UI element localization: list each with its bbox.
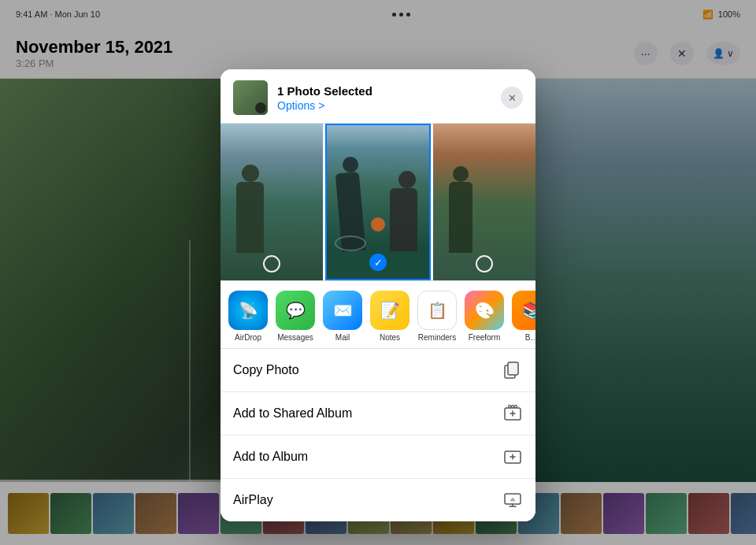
freeform-label: Freeform xyxy=(469,333,501,342)
books-icon: 📚 xyxy=(512,291,536,330)
airplay-action[interactable]: AirPlay xyxy=(220,479,536,521)
photo-3-select-circle[interactable] xyxy=(476,255,493,272)
svg-rect-1 xyxy=(508,362,518,375)
app-mail[interactable]: ✉️ Mail xyxy=(321,291,364,342)
mail-icon: ✉️ xyxy=(323,291,362,330)
svg-point-3 xyxy=(512,406,514,408)
mail-label: Mail xyxy=(335,333,350,342)
ipad-screen: 9:41 AM · Mon Jun 10 📶 100% November 15,… xyxy=(0,0,756,545)
copy-photo-label: Copy Photo xyxy=(233,363,493,377)
reminders-icon xyxy=(417,291,457,330)
photo-1-select-circle[interactable] xyxy=(263,255,280,272)
svg-point-4 xyxy=(509,406,511,408)
app-airdrop[interactable]: 📡 AirDrop xyxy=(227,291,269,342)
share-close-button[interactable]: ✕ xyxy=(501,87,523,109)
share-strip-photo-3[interactable] xyxy=(433,124,536,280)
share-photos-strip: ✓ xyxy=(220,124,536,281)
share-strip-photo-2[interactable]: ✓ xyxy=(325,124,431,280)
action-list: Copy Photo Add to Shared Album xyxy=(220,349,536,521)
app-messages[interactable]: 💬 Messages xyxy=(274,291,317,342)
airdrop-icon: 📡 xyxy=(228,291,268,330)
airplay-icon xyxy=(502,490,523,510)
add-album-action[interactable]: Add to Album xyxy=(220,436,536,479)
add-album-label: Add to Album xyxy=(233,450,493,464)
share-header-text: 1 Photo Selected Options > xyxy=(277,84,491,112)
reminders-label: Reminders xyxy=(418,333,456,342)
add-shared-album-action[interactable]: Add to Shared Album xyxy=(220,392,536,436)
app-reminders[interactable]: Reminders xyxy=(416,291,458,342)
airplay-label: AirPlay xyxy=(233,493,493,507)
add-shared-album-icon xyxy=(502,403,523,424)
app-freeform[interactable]: 🎨 Freeform xyxy=(463,291,506,342)
options-button[interactable]: Options > xyxy=(277,99,491,112)
add-album-icon xyxy=(502,447,523,467)
notes-icon: 📝 xyxy=(370,291,410,330)
notes-label: Notes xyxy=(380,333,400,342)
share-sheet-header: 1 Photo Selected Options > ✕ xyxy=(220,69,536,124)
photo-2-select-circle[interactable]: ✓ xyxy=(369,254,387,271)
airdrop-label: AirDrop xyxy=(235,333,261,342)
copy-photo-action[interactable]: Copy Photo xyxy=(220,349,536,392)
app-row: 📡 AirDrop 💬 Messages ✉️ Mail 📝 xyxy=(220,281,536,349)
add-shared-album-label: Add to Shared Album xyxy=(233,406,493,421)
share-strip-photo-1[interactable] xyxy=(220,124,323,280)
messages-label: Messages xyxy=(277,333,313,342)
share-photo-thumbnail xyxy=(233,80,268,115)
books-label: B… xyxy=(525,333,536,342)
svg-point-5 xyxy=(515,406,517,408)
messages-icon: 💬 xyxy=(276,291,315,330)
app-books[interactable]: 📚 B… xyxy=(510,291,536,342)
copy-photo-icon xyxy=(502,360,523,380)
freeform-icon: 🎨 xyxy=(465,291,504,330)
app-notes[interactable]: 📝 Notes xyxy=(369,291,411,342)
selected-count-label: 1 Photo Selected xyxy=(277,84,491,98)
share-sheet: 1 Photo Selected Options > ✕ xyxy=(220,69,536,521)
